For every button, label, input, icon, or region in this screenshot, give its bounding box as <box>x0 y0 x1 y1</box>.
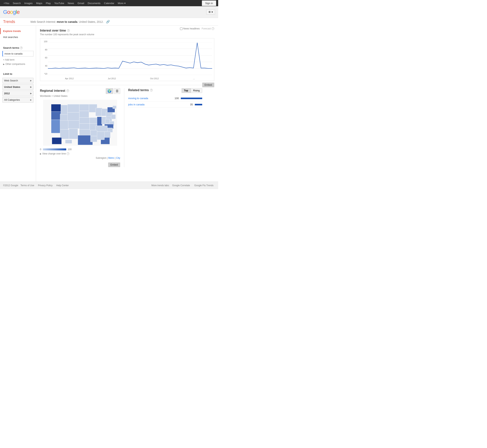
map-list-button[interactable]: ☰ <box>114 88 120 94</box>
nav-maps[interactable]: Maps <box>34 1 44 5</box>
svg-rect-45 <box>105 119 110 123</box>
terms-link[interactable]: Terms of Use <box>20 184 34 187</box>
view-change-help-icon[interactable]: ? <box>67 152 69 155</box>
svg-rect-20 <box>79 117 90 123</box>
map-view-buttons: 🌍 ☰ <box>106 88 120 94</box>
metro-tab[interactable]: Metro <box>108 157 114 159</box>
search-terms-help-icon[interactable]: ? <box>20 47 23 49</box>
other-comparisons-link[interactable]: Other comparisons <box>0 62 36 66</box>
us-map <box>43 99 117 146</box>
year-filter[interactable]: 2012 ▶ <box>2 91 33 96</box>
trends-title: Trends <box>3 19 26 24</box>
interest-over-time-title: Interest over time ? <box>40 29 70 32</box>
forecast-help-icon[interactable]: ? <box>212 27 214 30</box>
nav-search[interactable]: Search <box>11 1 22 5</box>
svg-rect-14 <box>79 111 89 117</box>
footer-left: ©2012 Google Terms of Use Privacy Policy… <box>3 184 70 187</box>
chart-svg <box>48 42 212 75</box>
flu-trends-link[interactable]: Google Flu Trends <box>194 184 214 187</box>
related-bar-1 <box>181 98 202 99</box>
header: Google ⚙ ▾ <box>0 6 218 18</box>
svg-rect-47 <box>65 140 72 143</box>
view-change-link[interactable]: View change over time ? <box>40 152 120 155</box>
regional-breadcrumb: Worldwide > United States <box>40 95 120 97</box>
y-label-20: *20 <box>41 73 47 75</box>
limit-to-label: Limit to <box>0 69 36 77</box>
chart-subtitle: The number 100 represents the peak searc… <box>40 33 214 36</box>
svg-rect-44 <box>90 136 97 142</box>
svg-rect-41 <box>96 132 105 140</box>
nav-play[interactable]: Play <box>44 1 52 5</box>
top-tab[interactable]: Top <box>182 88 191 93</box>
nav-more[interactable]: More ▾ <box>116 1 127 5</box>
related-header: Related terms ? Top Rising <box>128 88 202 93</box>
map-globe-button[interactable]: 🌍 <box>106 88 113 94</box>
regional-header: Regional interest ? 🌍 ☰ <box>40 88 120 94</box>
categories-arrow: ▶ <box>30 99 32 101</box>
share-icon[interactable]: 🔗 <box>106 20 110 23</box>
sidebar-item-hot-searches[interactable]: Hot searches <box>0 34 36 40</box>
svg-rect-21 <box>79 123 90 129</box>
nav-news[interactable]: News <box>66 1 76 5</box>
y-label-40: 40 <box>41 65 47 67</box>
sub-header: Trends Web Search Interest: move to cana… <box>0 18 218 26</box>
nav-calendar[interactable]: Calendar <box>103 1 116 5</box>
chart-embed-button[interactable]: Embed <box>202 83 214 87</box>
forecast-label: Forecast ? <box>202 27 214 30</box>
copyright: ©2012 Google <box>3 184 18 187</box>
related-terms-help-icon[interactable]: ? <box>150 89 153 92</box>
interest-help-icon[interactable]: ? <box>67 29 70 32</box>
svg-rect-42 <box>96 126 108 131</box>
related-term-link-1[interactable]: moving to canada <box>128 97 171 100</box>
search-term-value: move to canada <box>3 51 33 56</box>
svg-rect-13 <box>79 104 89 111</box>
nav-documents[interactable]: Documents <box>86 1 102 5</box>
nav-gmail[interactable]: Gmail <box>76 1 86 5</box>
gear-icon: ⚙ <box>208 10 211 13</box>
web-search-arrow: ▶ <box>30 80 32 82</box>
x-label-jul: Jul 2012 <box>108 77 116 80</box>
svg-rect-12 <box>67 104 79 112</box>
svg-rect-39 <box>104 132 111 138</box>
y-label-100: 100 <box>41 40 47 43</box>
y-axis: 100 80 60 40 *20 <box>41 40 47 75</box>
related-score-1: 100 <box>173 97 179 100</box>
map-legend: 0 100 <box>40 148 120 151</box>
nav-you[interactable]: +You <box>2 1 11 5</box>
svg-rect-8 <box>51 112 61 120</box>
chart-controls: News headlines Forecast ? <box>180 27 214 30</box>
nav-youtube[interactable]: YouTube <box>53 1 66 5</box>
sign-in-button[interactable]: Sign in <box>202 0 216 6</box>
news-headlines-checkbox[interactable] <box>180 27 183 30</box>
svg-rect-7 <box>51 104 61 112</box>
city-tab[interactable]: City <box>116 157 120 159</box>
regional-help-icon[interactable]: ? <box>66 89 69 92</box>
news-headlines-control: News headlines <box>180 27 200 30</box>
legend-end: 100 <box>68 148 72 151</box>
nav-images[interactable]: Images <box>23 1 34 5</box>
privacy-link[interactable]: Privacy Policy <box>38 184 53 187</box>
web-search-filter[interactable]: Web Search ▶ <box>2 78 33 83</box>
rising-tab[interactable]: Rising <box>191 88 202 93</box>
help-link[interactable]: Help Center <box>56 184 69 187</box>
svg-rect-28 <box>96 108 102 116</box>
categories-filter[interactable]: All Categories ▶ <box>2 97 33 103</box>
search-term-box: move to canada <box>2 51 33 56</box>
united-states-filter[interactable]: United States ▶ <box>2 84 33 90</box>
regional-title: Regional interest ? <box>40 89 69 93</box>
search-description: Web Search Interest: move to canada. Uni… <box>30 20 215 24</box>
settings-button[interactable]: ⚙ ▾ <box>206 9 215 15</box>
correlate-link[interactable]: Google Correlate <box>172 184 190 187</box>
x-label-oct: Oct 2012 <box>150 77 159 80</box>
footer: ©2012 Google Terms of Use Privacy Policy… <box>0 182 218 189</box>
related-item: jobs in canada 35 <box>128 102 202 108</box>
x-label-apr: Apr 2012 <box>65 77 74 80</box>
regional-embed-button[interactable]: Embed <box>108 162 120 167</box>
svg-rect-16 <box>67 120 79 129</box>
chevron-down-icon: ▾ <box>212 10 213 13</box>
add-term-link[interactable]: Add term <box>0 58 36 62</box>
legend-start: 0 <box>40 148 41 151</box>
svg-rect-46 <box>52 137 62 144</box>
related-term-link-2[interactable]: jobs in canada <box>128 103 185 106</box>
sidebar-item-explore[interactable]: Explore trends <box>0 28 36 34</box>
